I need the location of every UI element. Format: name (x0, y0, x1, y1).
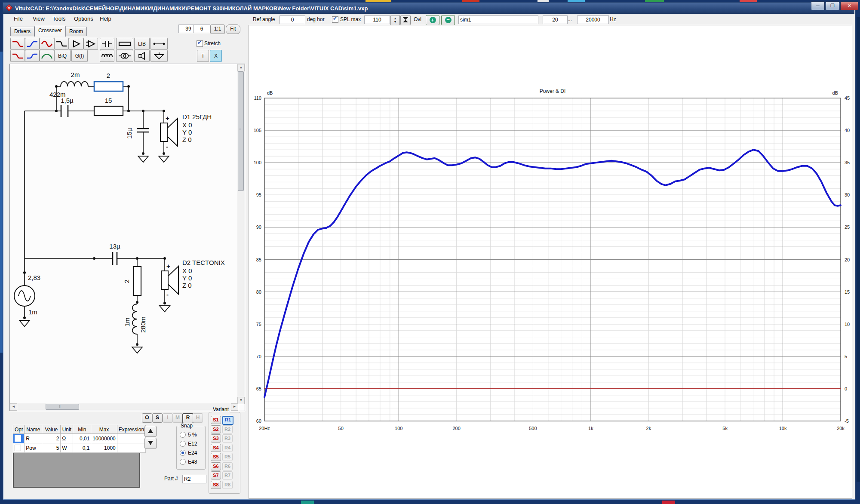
mode-button-s[interactable]: S (152, 413, 163, 423)
variant-r1-button[interactable]: R1 (222, 416, 233, 425)
capacitor-button[interactable] (100, 38, 114, 50)
table-row[interactable]: R 2 Ω 0,01 10000000 (13, 434, 146, 443)
transformer-button[interactable] (116, 50, 133, 62)
hscroll-thumb[interactable]: ⦀ (46, 404, 79, 410)
variant-s3-button[interactable]: S3 (211, 434, 221, 443)
stretch-checkbox[interactable] (197, 40, 203, 47)
highpass-filter-button[interactable] (25, 38, 40, 50)
shelf-filter-button[interactable] (54, 38, 69, 50)
freq-max-input[interactable] (577, 15, 609, 24)
menu-help[interactable]: Help (95, 14, 116, 24)
wire-button[interactable] (150, 38, 168, 50)
ref-angle-input[interactable] (280, 15, 305, 24)
variant-r5-button[interactable]: R5 (222, 453, 233, 461)
cell-min[interactable]: 0,01 (73, 434, 91, 443)
power-di-chart[interactable]: 1101051009590858075706560454035302520151… (249, 25, 851, 498)
schematic-resistor-15[interactable] (94, 106, 123, 116)
zoom-fit-button[interactable]: Fit (226, 25, 240, 34)
snap-radio-e12[interactable] (180, 441, 186, 447)
maximize-button[interactable]: ❐ (826, 1, 839, 10)
mode-button-o[interactable]: O (142, 413, 152, 423)
scroll-left-icon[interactable]: ◄ (10, 403, 17, 411)
cell-name[interactable]: Pow (25, 443, 42, 453)
menu-tools[interactable]: Tools (48, 14, 70, 24)
text-tool-button[interactable]: T (197, 50, 209, 62)
snap-radio-e24[interactable] (180, 450, 186, 456)
cell-min[interactable]: 0,1 (73, 443, 91, 453)
buffer-button[interactable] (69, 38, 83, 50)
schematic-resistor-2b[interactable] (133, 267, 141, 295)
freq-min-input[interactable] (543, 15, 568, 24)
menu-view[interactable]: View (28, 14, 49, 24)
remove-overlay-button[interactable]: − (441, 15, 455, 25)
table-row[interactable]: Pow 5 W 0,1 1000 (13, 443, 146, 453)
cell-unit[interactable]: Ω (61, 434, 73, 443)
variant-s4-button[interactable]: S4 (211, 444, 221, 452)
menu-file[interactable]: File (9, 14, 27, 24)
schematic-speaker-d2[interactable] (161, 266, 178, 294)
peak-filter-button[interactable] (40, 38, 54, 50)
variant-s7-button[interactable]: S7 (211, 471, 221, 479)
opt-cell-selected[interactable] (13, 434, 25, 443)
opt-cell[interactable] (13, 443, 25, 453)
variant-s1-button[interactable]: S1 (211, 416, 221, 424)
variant-s2-button[interactable]: S2 (211, 425, 221, 433)
lowpass-filter-button[interactable] (10, 38, 25, 50)
variant-s6-button[interactable]: S6 (211, 462, 221, 470)
variant-r2-button[interactable]: R2 (222, 425, 233, 433)
row-up-button[interactable] (144, 426, 157, 437)
minimize-button[interactable]: ─ (811, 1, 825, 10)
snap-radio-5[interactable] (180, 432, 186, 438)
menu-options[interactable]: Options (70, 14, 98, 24)
inductor-button[interactable] (100, 50, 114, 62)
cell-name[interactable]: R (25, 434, 42, 443)
schematic-hscrollbar[interactable]: ◄ ⦀ ► (10, 403, 237, 410)
add-overlay-button[interactable]: + (426, 15, 439, 25)
highshelf-button[interactable] (25, 50, 40, 62)
resistor-button[interactable] (116, 38, 133, 50)
spl-spinner[interactable]: ▲▼ (390, 15, 400, 25)
scroll-up-icon[interactable]: ▲ (237, 64, 245, 71)
spl-max-checkbox[interactable] (332, 16, 338, 23)
sim-name-input[interactable] (458, 15, 538, 24)
cell-max[interactable]: 10000000 (91, 434, 117, 443)
schematic-speaker-d1[interactable] (160, 118, 178, 146)
variant-r7-button[interactable]: R7 (222, 471, 233, 479)
spl-max-input[interactable] (364, 15, 390, 24)
variant-s5-button[interactable]: S5 (211, 453, 221, 461)
part-number-input[interactable] (182, 475, 206, 483)
vscroll-thumb[interactable]: ≡ (238, 71, 244, 191)
variant-r6-button[interactable]: R6 (222, 462, 233, 470)
title-bar[interactable]: VituixCAD: E:\YandexDisk\СЕМЕЙНОЕ\ДИНАМИ… (3, 3, 854, 14)
schematic-canvas[interactable]: 2m 422m 2 1,5µ 15 15µ D1 25ГДН X 0 Y 0 Z… (9, 64, 245, 411)
tab-drivers[interactable]: Drivers (10, 27, 34, 36)
scroll-right-icon[interactable]: ► (231, 403, 238, 411)
component-table[interactable]: Opt Name Value Unit Min Max Expression R… (13, 425, 146, 453)
delete-tool-button[interactable]: X (210, 50, 222, 62)
cell-value[interactable]: 2 (42, 434, 61, 443)
zoom-1to1-button[interactable]: 1:1 (210, 25, 225, 34)
variant-r4-button[interactable]: R4 (222, 444, 233, 452)
variant-r8-button[interactable]: R8 (222, 481, 233, 489)
schematic-resistor-selected[interactable] (94, 82, 123, 91)
snap-radio-e48[interactable] (180, 459, 186, 465)
schematic-vscrollbar[interactable]: ▲ ≡ ▼ (237, 64, 244, 403)
row-down-button[interactable] (144, 438, 157, 449)
mode-button-r[interactable]: R (182, 413, 194, 424)
cell-value[interactable]: 5 (42, 443, 61, 453)
transfer-function-button[interactable]: G(f) (71, 50, 88, 62)
tab-crossover[interactable]: Crossover (34, 26, 66, 37)
biquad-button[interactable]: BiQ (54, 50, 71, 62)
scroll-down-icon[interactable]: ▼ (237, 397, 245, 404)
bandpass-button[interactable] (40, 50, 54, 62)
lowshelf-button[interactable] (10, 50, 25, 62)
cell-unit[interactable]: W (61, 443, 73, 453)
grid-rows-input[interactable] (193, 25, 210, 33)
close-button[interactable]: ✕ (840, 1, 858, 10)
variant-s8-button[interactable]: S8 (211, 481, 221, 489)
speaker-button[interactable] (134, 50, 150, 62)
library-button[interactable]: LIB (134, 38, 150, 50)
variant-r3-button[interactable]: R3 (222, 434, 233, 443)
cell-expression[interactable] (117, 443, 145, 453)
cell-max[interactable]: 1000 (91, 443, 117, 453)
